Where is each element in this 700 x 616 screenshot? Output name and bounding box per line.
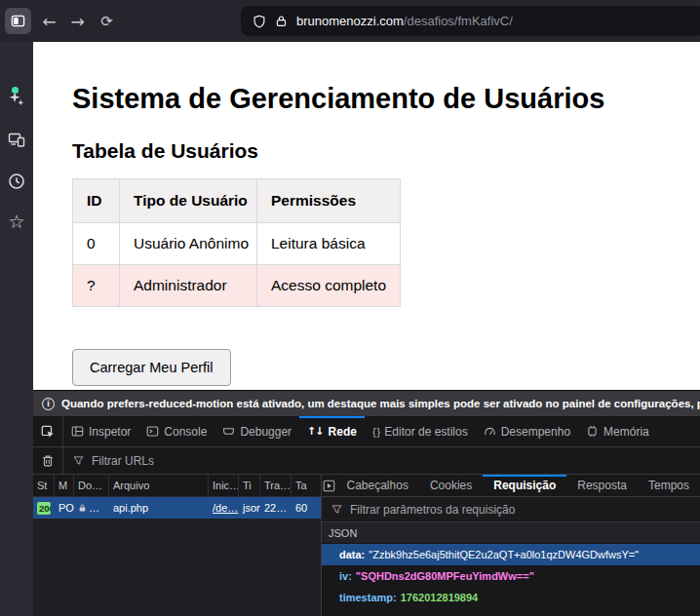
table-row: 0 Usuário Anônimo Leitura básica <box>73 223 401 265</box>
param-value: 1762012819894 <box>401 592 479 603</box>
shield-icon[interactable] <box>253 15 266 28</box>
tab-label: Inspetor <box>89 425 131 439</box>
sidebar-toggle-button[interactable] <box>5 8 31 34</box>
column-transferred[interactable]: Tra… <box>260 475 292 496</box>
tab-desempenho[interactable]: Desempenho <box>476 416 578 446</box>
lock-icon[interactable] <box>275 15 288 27</box>
tab-label: Debugger <box>240 425 292 439</box>
param-key: timestamp: <box>339 592 397 603</box>
devtools-toolbar: Inspetor Console Debugger ↑↓ Rede { } Ed… <box>33 416 700 447</box>
file-cell: api.php <box>109 502 209 514</box>
lock-icon <box>78 503 87 513</box>
devtools-notification: i Quando prefers-reduced-motion está ati… <box>33 391 700 416</box>
status-cell: 200 <box>33 502 55 515</box>
json-section-header[interactable]: JSON <box>322 522 700 544</box>
ai-sparkle-icon <box>8 90 25 107</box>
filter-urls-placeholder: Filtrar URLs <box>92 454 154 468</box>
braces-icon: { } <box>372 426 379 438</box>
browser-toolbar: ← → ⟳ brunomenozzi.com/desafios/fmKafivC… <box>0 0 700 42</box>
filter-request-params-input[interactable]: Filtrar parâmetros da requisição <box>322 497 700 522</box>
request-list-columns: St M Do… Arquivo Inic… Ti Tra… Ta <box>33 475 321 497</box>
network-toolbar: Filtrar URLs <box>33 447 700 475</box>
users-table: ID Tipo de Usuário Permissões 0 Usuário … <box>72 178 401 307</box>
status-badge: 200 <box>37 502 51 515</box>
table-row-highlighted: ? Administrador Acesso completo <box>73 265 401 307</box>
column-file[interactable]: Arquivo <box>109 475 209 496</box>
tab-editor-de-estilos[interactable]: { } Editor de estilos <box>365 416 476 446</box>
clear-requests-button[interactable] <box>33 447 63 474</box>
header-id: ID <box>73 179 120 223</box>
clock-icon <box>8 173 25 190</box>
devices-icon <box>8 131 25 148</box>
size-cell: 60 <box>292 502 321 514</box>
param-value: "SQHDns2dG80MPFeuYimdWw==" <box>356 570 534 582</box>
header-permissoes: Permissões <box>257 179 401 223</box>
header-tipo: Tipo de Usuário <box>120 179 257 223</box>
firefox-sidebar-rail: ☆ <box>0 42 33 616</box>
reload-button[interactable]: ⟳ <box>94 8 120 34</box>
tab-inspetor[interactable]: Inspetor <box>63 416 138 446</box>
play-box-icon <box>323 480 335 492</box>
column-domain[interactable]: Do… <box>74 475 109 496</box>
tab-tempos[interactable]: Tempos <box>638 475 700 496</box>
bookmarks-button[interactable]: ☆ <box>0 209 33 234</box>
request-details-panel: Cabeçalhos Cookies Requisição Resposta T… <box>322 475 700 616</box>
filter-urls-input[interactable]: Filtrar URLs <box>63 447 700 474</box>
tab-resposta[interactable]: Resposta <box>566 475 638 496</box>
param-row-timestamp[interactable]: timestamp: 1762012819894 <box>322 587 700 608</box>
tab-debugger[interactable]: Debugger <box>214 416 299 446</box>
page-subtitle: Tabela de Usuários <box>72 139 258 163</box>
network-main-area: St M Do… Arquivo Inic… Ti Tra… Ta 200 PO… <box>33 475 700 616</box>
request-list: St M Do… Arquivo Inic… Ti Tra… Ta 200 PO… <box>33 475 322 616</box>
filter-params-placeholder: Filtrar parâmetros da requisição <box>350 503 515 517</box>
tab-cabecalhos[interactable]: Cabeçalhos <box>336 475 419 496</box>
devtools-panel: i Quando prefers-reduced-motion está ati… <box>33 390 700 616</box>
column-method[interactable]: M <box>55 475 74 496</box>
info-icon: i <box>42 398 55 410</box>
memory-chip-icon <box>586 425 599 438</box>
sidebar-icon <box>11 14 25 28</box>
initiator-cell: /de… <box>209 502 239 514</box>
request-list-empty-area <box>33 519 321 616</box>
performance-analysis-button[interactable] <box>322 475 336 496</box>
details-tabs: Cabeçalhos Cookies Requisição Resposta T… <box>322 475 700 497</box>
tab-rede[interactable]: ↑↓ Rede <box>299 416 365 446</box>
forward-button[interactable]: → <box>64 8 91 34</box>
column-initiator[interactable]: Inic… <box>209 475 239 496</box>
param-row-data[interactable]: data: "Zzbk9hz5e6aj5thitQE2u2aQT+a0lo1qz… <box>322 544 700 565</box>
tab-console[interactable]: Console <box>138 416 214 446</box>
tab-label: Desempenho <box>501 425 570 439</box>
history-button[interactable] <box>0 169 33 194</box>
back-button[interactable]: ← <box>36 8 62 34</box>
column-type[interactable]: Ti <box>239 475 260 496</box>
request-row-selected[interactable]: 200 POST … api.php /de… json 22… 60 <box>33 497 321 519</box>
tab-label: Rede <box>329 425 357 439</box>
column-status[interactable]: St <box>33 475 55 496</box>
pick-element-button[interactable] <box>33 416 63 446</box>
url-text: brunomenozzi.com/desafios/fmKafivC/ <box>296 14 513 28</box>
tab-memoria[interactable]: Memória <box>578 416 657 446</box>
star-icon: ☆ <box>8 211 24 232</box>
notification-dot <box>12 87 19 94</box>
tab-requisicao[interactable]: Requisição <box>483 475 566 496</box>
param-row-iv[interactable]: iv: "SQHDns2dG80MPFeuYimdWw==" <box>322 565 700 587</box>
initiator-link[interactable]: /de… <box>213 502 238 514</box>
load-profile-button[interactable]: Carregar Meu Perfil <box>72 349 231 386</box>
synced-tabs-button[interactable] <box>0 127 33 152</box>
domain-cell: … <box>74 502 109 514</box>
tab-cookies[interactable]: Cookies <box>419 475 483 496</box>
param-value: "Zzbk9hz5e6aj5thitQE2u2aQT+a0lo1qzDW4GDw… <box>369 549 639 560</box>
param-key: iv: <box>339 570 352 582</box>
type-cell: json <box>239 502 260 514</box>
url-bar[interactable]: brunomenozzi.com/desafios/fmKafivC/ <box>241 6 700 36</box>
transferred-cell: 22… <box>260 502 292 514</box>
cell-id: ? <box>73 265 120 307</box>
ai-chatbot-button[interactable] <box>0 86 33 111</box>
cell-permissoes: Leitura básica <box>257 223 401 265</box>
cell-permissoes: Acesso completo <box>257 265 401 307</box>
column-size[interactable]: Ta <box>292 475 321 496</box>
gauge-icon <box>484 425 496 438</box>
tab-label: Memória <box>603 425 649 439</box>
funnel-icon <box>331 503 343 516</box>
network-arrows-icon: ↑↓ <box>307 425 323 438</box>
